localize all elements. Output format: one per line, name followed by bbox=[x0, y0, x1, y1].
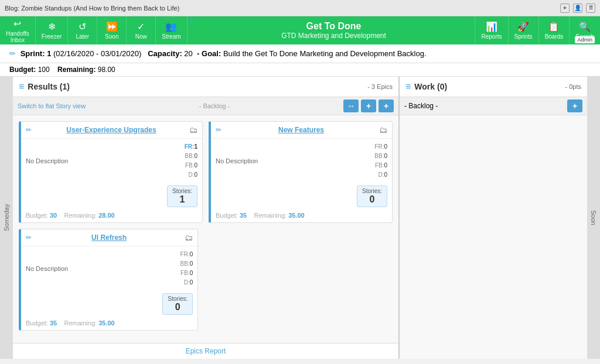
stat-FR: FR:1 bbox=[185, 142, 197, 152]
epic-desc-ux-upgrades: No Description bbox=[26, 157, 179, 164]
stat-FR: FR:0 bbox=[180, 250, 193, 259]
stat-FB: FB:0 bbox=[374, 161, 387, 170]
pencil-icon-ux-upgrades: ✏ bbox=[26, 126, 32, 134]
stat-BB: BB:0 bbox=[185, 152, 197, 161]
nav-later-label: Later bbox=[76, 33, 89, 40]
nav-bar: ↩ Handoffs Inbox ❄ Freezer ↺ Later ⏩ Soo… bbox=[0, 16, 600, 44]
briefcase-icon-new-features: 🗂 bbox=[379, 125, 387, 135]
nav-search[interactable]: 🔍 Search Admin bbox=[569, 16, 600, 44]
work-backlog-label: - Backlog - bbox=[404, 102, 438, 110]
nav-boards-label: Boards bbox=[545, 33, 564, 40]
stat-FB: FB:0 bbox=[185, 161, 197, 170]
stories-label-ux-upgrades: Stories: bbox=[172, 188, 192, 194]
stories-count-ui-refresh: 0 bbox=[168, 302, 188, 313]
work-header: ≡ Work (0) - 0pts bbox=[400, 77, 587, 97]
soon-icon: ⏩ bbox=[106, 21, 118, 32]
results-header: ≡ Results (1) - 3 Epics bbox=[13, 77, 398, 97]
stat-FB: FB:0 bbox=[180, 269, 193, 278]
nav-soon[interactable]: ⏩ Soon bbox=[97, 16, 127, 44]
someday-sidebar[interactable]: Someday bbox=[0, 77, 13, 359]
results-title: Results (1) bbox=[28, 82, 364, 91]
work-col-icon: ≡ bbox=[405, 81, 411, 92]
epic-stats-ux-upgrades: FR:1BB:0FB:0D:0 bbox=[185, 142, 197, 180]
epic-stats-ui-refresh: FR:0BB:0FB:0D:0 bbox=[180, 250, 193, 287]
work-add-button[interactable]: + bbox=[567, 99, 582, 112]
pencil-icon: ✏ bbox=[9, 49, 16, 58]
results-add-button[interactable]: + bbox=[361, 99, 376, 112]
epic-header-ux-upgrades: ✏ User-Experience Upgrades 🗂 bbox=[21, 122, 202, 139]
work-subtitle: - 0pts bbox=[565, 83, 581, 90]
stat-BB: BB:0 bbox=[180, 259, 193, 269]
epics-row-1: ✏ User-Experience Upgrades 🗂 No Descript… bbox=[19, 121, 393, 223]
nav-freezer-label: Freezer bbox=[42, 33, 62, 40]
nav-right: 📊 Reports 🚀 Sprints 📋 Boards 🔍 Search Ad… bbox=[475, 16, 600, 44]
nav-handoffs-sublabel: Inbox bbox=[11, 37, 25, 43]
stat-D: D:0 bbox=[185, 170, 197, 180]
results-transfer-button[interactable]: ↔ bbox=[343, 99, 359, 112]
nav-later[interactable]: ↺ Later bbox=[68, 16, 97, 44]
new-tab-button[interactable]: + bbox=[560, 4, 570, 13]
nav-stream[interactable]: 👥 Stream bbox=[156, 16, 187, 44]
stories-box-new-features: Stories: 0 bbox=[357, 186, 387, 207]
nav-now-label: Now bbox=[135, 33, 147, 40]
nav-reports[interactable]: 📊 Reports bbox=[475, 16, 507, 44]
stat-D: D:0 bbox=[374, 170, 387, 180]
sprint-label: Sprint: bbox=[21, 49, 45, 58]
nav-reports-label: Reports bbox=[481, 33, 502, 40]
remaining-label: Remaining: bbox=[57, 66, 96, 74]
epics-report-bar: Epics Report bbox=[13, 343, 398, 359]
soon-label: Soon bbox=[590, 210, 597, 225]
budget-value: 100 bbox=[38, 66, 50, 74]
boards-icon: 📋 bbox=[548, 21, 560, 32]
nav-now[interactable]: ✓ Now bbox=[127, 16, 156, 44]
later-icon: ↺ bbox=[79, 21, 86, 32]
work-sub-bar: - Backlog - + bbox=[400, 97, 587, 115]
handoffs-icon: ↩ bbox=[13, 18, 21, 29]
capacity-value: 20 bbox=[184, 49, 192, 58]
results-add2-button[interactable]: + bbox=[379, 99, 394, 112]
work-epics-area bbox=[400, 115, 587, 359]
main-content: Someday ≡ Results (1) - 3 Epics Switch t… bbox=[0, 77, 600, 359]
nav-soon-label: Soon bbox=[105, 33, 118, 40]
apps-icon[interactable]: ⠿ bbox=[586, 4, 595, 13]
epic-footer-ui-refresh: Stories: 0 bbox=[21, 291, 197, 317]
app-subtitle: GTD Marketing and Development bbox=[281, 32, 386, 40]
now-icon: ✓ bbox=[137, 21, 145, 32]
results-sub-bar: Switch to flat Story view - Backlog - ↔ … bbox=[13, 97, 398, 115]
epic-title-ui-refresh[interactable]: UI Refresh bbox=[91, 233, 127, 242]
results-column: ≡ Results (1) - 3 Epics Switch to flat S… bbox=[13, 77, 400, 359]
nav-sprints[interactable]: 🚀 Sprints bbox=[508, 16, 538, 44]
sprint-number: 1 bbox=[47, 49, 51, 58]
nav-boards[interactable]: 📋 Boards bbox=[538, 16, 570, 44]
epic-footer-new-features: Stories: 0 bbox=[211, 183, 392, 210]
epic-budget-ux-upgrades: Budget: 30 Remaining: 28.00 bbox=[21, 210, 202, 222]
epic-title-ux-upgrades[interactable]: User-Experience Upgrades bbox=[66, 126, 156, 134]
capacity-label: Capacity: bbox=[148, 49, 182, 58]
results-col-icon: ≡ bbox=[19, 81, 24, 92]
budget-label: Budget: bbox=[9, 66, 36, 74]
epics-report-link[interactable]: Epics Report bbox=[186, 347, 226, 355]
work-column: ≡ Work (0) - 0pts - Backlog - + bbox=[400, 77, 587, 359]
soon-sidebar[interactable]: Soon bbox=[587, 77, 600, 359]
stat-FR: FR:0 bbox=[374, 142, 387, 152]
epic-header-ui-refresh: ✏ UI Refresh 🗂 bbox=[21, 229, 197, 246]
nav-sprints-label: Sprints bbox=[514, 33, 533, 40]
epic-budget-new-features: Budget: 35 Remaining: 35.00 bbox=[211, 210, 392, 222]
nav-stream-label: Stream bbox=[162, 33, 180, 40]
epic-card-new-features: ✏ New Features 🗂 No Description FR:0BB:0… bbox=[209, 121, 393, 223]
stories-box-ux-upgrades: Stories: 1 bbox=[167, 186, 197, 207]
epic-budget-ui-refresh: Budget: 35 Remaining: 35.00 bbox=[21, 317, 197, 330]
freezer-icon: ❄ bbox=[48, 21, 56, 32]
results-backlog-label: - Backlog - bbox=[199, 102, 230, 109]
epic-desc-new-features: No Description bbox=[216, 157, 369, 164]
work-title: Work (0) bbox=[414, 82, 561, 91]
user-icon: 👤 bbox=[573, 4, 582, 13]
stream-icon: 👥 bbox=[165, 21, 177, 32]
nav-freezer[interactable]: ❄ Freezer bbox=[36, 16, 68, 44]
epic-title-new-features[interactable]: New Features bbox=[278, 126, 324, 134]
results-col-buttons: ↔ + + bbox=[343, 99, 394, 112]
story-view-link[interactable]: Switch to flat Story view bbox=[18, 102, 86, 109]
remaining-value: 98.00 bbox=[98, 66, 115, 74]
nav-handoffs[interactable]: ↩ Handoffs Inbox bbox=[0, 16, 36, 44]
epics-area: ✏ User-Experience Upgrades 🗂 No Descript… bbox=[13, 115, 398, 343]
